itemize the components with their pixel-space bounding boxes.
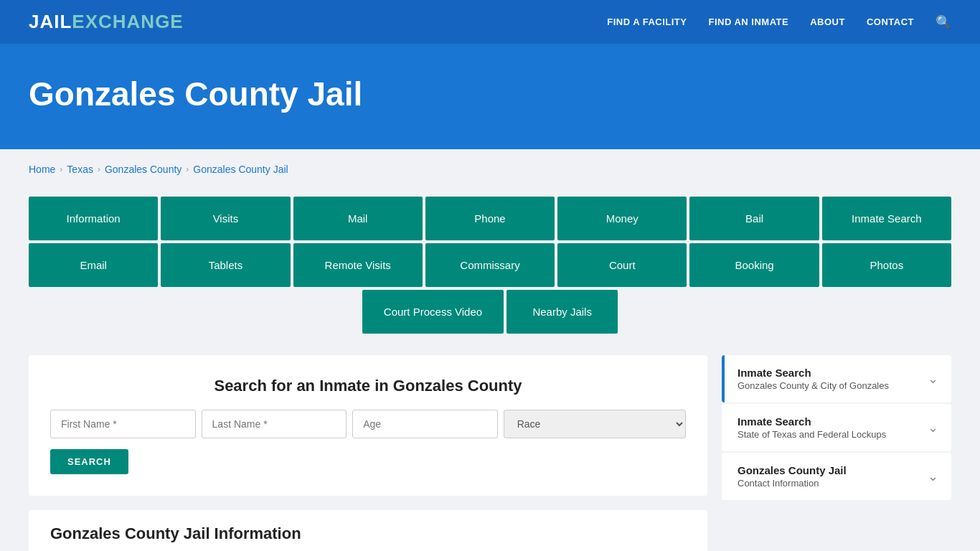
jail-info-title: Gonzales County Jail Information xyxy=(50,524,686,543)
sidebar-card-text-0: Inmate Search Gonzales County & City of … xyxy=(738,367,889,391)
btn-photos[interactable]: Photos xyxy=(822,243,951,287)
breadcrumb-county[interactable]: Gonzales County xyxy=(105,164,182,175)
sidebar-card-subtitle-1: State of Texas and Federal Lockups xyxy=(738,429,886,440)
brand-jail: JAIL xyxy=(29,11,72,33)
btn-phone[interactable]: Phone xyxy=(425,197,555,240)
chevron-down-icon-0: ⌄ xyxy=(928,371,938,387)
breadcrumb-sep-2: › xyxy=(98,164,100,174)
sidebar-card-title-2: Gonzales County Jail xyxy=(738,464,847,476)
sidebar-card-0[interactable]: Inmate Search Gonzales County & City of … xyxy=(722,355,951,402)
first-name-input[interactable] xyxy=(50,410,196,438)
btn-email[interactable]: Email xyxy=(29,243,158,287)
button-grid-row3: Court Process Video Nearby Jails xyxy=(29,290,951,334)
left-column: Search for an Inmate in Gonzales County … xyxy=(29,355,707,551)
search-section: Search for an Inmate in Gonzales County … xyxy=(29,355,707,496)
search-fields: Race White Black Hispanic Asian Other xyxy=(50,410,686,438)
sidebar-card-inner-2[interactable]: Gonzales County Jail Contact Information… xyxy=(725,453,951,500)
search-title: Search for an Inmate in Gonzales County xyxy=(50,377,686,395)
btn-mail[interactable]: Mail xyxy=(293,197,423,240)
navbar: JAILEXCHANGE FIND A FACILITY FIND AN INM… xyxy=(0,0,980,46)
brand-exchange: EXCHANGE xyxy=(72,11,183,33)
nav-about[interactable]: ABOUT xyxy=(810,17,845,27)
sidebar-card-subtitle-2: Contact Information xyxy=(738,478,847,489)
last-name-input[interactable] xyxy=(202,410,347,438)
sidebar-card-text-2: Gonzales County Jail Contact Information xyxy=(738,464,847,489)
nav-contact[interactable]: CONTACT xyxy=(867,17,914,27)
breadcrumb-current: Gonzales County Jail xyxy=(193,164,288,175)
nav-find-inmate[interactable]: FIND AN INMATE xyxy=(708,17,788,27)
sidebar-card-title-0: Inmate Search xyxy=(738,367,889,379)
button-grid-row1: Information Visits Mail Phone Money Bail… xyxy=(29,197,951,240)
btn-tablets[interactable]: Tablets xyxy=(161,243,290,287)
jail-info-section: Gonzales County Jail Information xyxy=(29,510,707,551)
sidebar-card-2[interactable]: Gonzales County Jail Contact Information… xyxy=(722,453,951,500)
btn-information[interactable]: Information xyxy=(29,197,158,240)
sidebar-card-text-1: Inmate Search State of Texas and Federal… xyxy=(738,415,886,440)
btn-money[interactable]: Money xyxy=(557,197,687,240)
sidebar-card-inner-1[interactable]: Inmate Search State of Texas and Federal… xyxy=(725,404,951,451)
breadcrumb-sep-3: › xyxy=(186,164,189,174)
sidebar-card-1[interactable]: Inmate Search State of Texas and Federal… xyxy=(722,404,951,451)
page-title: Gonzales County Jail xyxy=(29,75,951,113)
main-content: Home › Texas › Gonzales County › Gonzale… xyxy=(0,149,980,551)
btn-visits[interactable]: Visits xyxy=(161,197,290,240)
search-icon[interactable]: 🔍 xyxy=(936,14,951,30)
navbar-links: FIND A FACILITY FIND AN INMATE ABOUT CON… xyxy=(607,14,951,30)
btn-booking[interactable]: Booking xyxy=(689,243,819,287)
btn-court-process-video[interactable]: Court Process Video xyxy=(362,290,504,334)
breadcrumb-home[interactable]: Home xyxy=(29,164,55,175)
btn-remote-visits[interactable]: Remote Visits xyxy=(293,243,423,287)
button-grid-row2: Email Tablets Remote Visits Commissary C… xyxy=(29,243,951,287)
btn-commissary[interactable]: Commissary xyxy=(425,243,555,287)
hero-section: Gonzales County Jail xyxy=(0,46,980,149)
btn-nearby-jails[interactable]: Nearby Jails xyxy=(507,290,618,334)
sidebar-card-subtitle-0: Gonzales County & City of Gonzales xyxy=(738,380,889,391)
btn-court[interactable]: Court xyxy=(557,243,687,287)
search-button[interactable]: SEARCH xyxy=(50,449,128,474)
two-col-layout: Search for an Inmate in Gonzales County … xyxy=(29,355,951,551)
sidebar-card-inner-0[interactable]: Inmate Search Gonzales County & City of … xyxy=(725,355,951,402)
nav-find-facility[interactable]: FIND A FACILITY xyxy=(607,17,687,27)
sidebar-card-title-1: Inmate Search xyxy=(738,415,886,428)
brand-logo[interactable]: JAILEXCHANGE xyxy=(29,11,184,33)
chevron-down-icon-1: ⌄ xyxy=(928,420,938,435)
btn-bail[interactable]: Bail xyxy=(689,197,819,240)
btn-inmate-search[interactable]: Inmate Search xyxy=(822,197,951,240)
breadcrumb-sep-1: › xyxy=(60,164,62,174)
chevron-down-icon-2: ⌄ xyxy=(928,468,938,484)
age-input[interactable] xyxy=(352,410,498,438)
sidebar: Inmate Search Gonzales County & City of … xyxy=(722,355,951,501)
breadcrumb: Home › Texas › Gonzales County › Gonzale… xyxy=(29,164,951,175)
race-select[interactable]: Race White Black Hispanic Asian Other xyxy=(504,410,686,438)
breadcrumb-texas[interactable]: Texas xyxy=(67,164,93,175)
